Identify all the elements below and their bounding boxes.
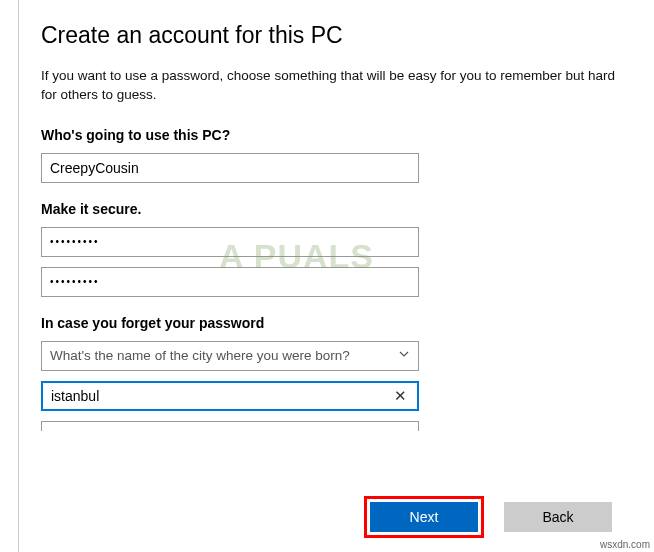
clear-icon[interactable]: ✕ [390,387,411,405]
chevron-down-icon [398,348,410,363]
secure-section-label: Make it secure. [41,201,638,217]
button-bar: Next Back [364,496,612,538]
back-button[interactable]: Back [504,502,612,532]
security-question-select[interactable]: What's the name of the city where you we… [41,341,419,371]
security-answer-wrap[interactable]: ✕ [41,381,419,411]
next-button-highlight: Next [364,496,484,538]
image-credit: wsxdn.com [600,539,650,550]
next-field-partial [41,421,419,431]
account-creation-panel: Create an account for this PC If you wan… [18,0,638,552]
security-answer-input[interactable] [49,383,390,409]
page-description: If you want to use a password, choose so… [41,67,621,105]
page-title: Create an account for this PC [41,22,638,49]
recovery-section-label: In case you forget your password [41,315,638,331]
password-confirm-input[interactable] [41,267,419,297]
next-button[interactable]: Next [370,502,478,532]
password-input[interactable] [41,227,419,257]
user-section-label: Who's going to use this PC? [41,127,638,143]
username-input[interactable] [41,153,419,183]
security-question-text: What's the name of the city where you we… [50,348,350,363]
